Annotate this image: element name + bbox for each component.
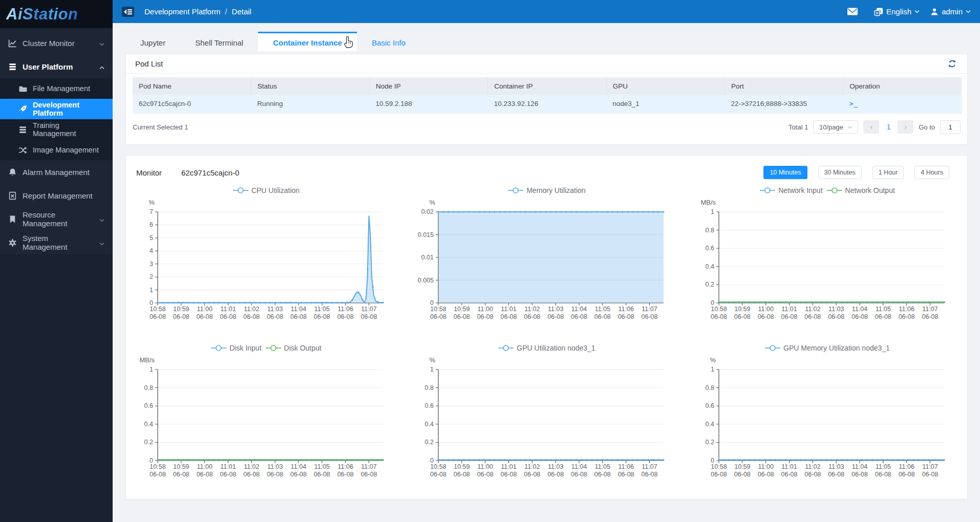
svg-text:06-08: 06-08 [594, 471, 611, 478]
legend-item[interactable]: CPU Utilization [233, 186, 300, 194]
sidebar-item-report-management[interactable]: Report Management [0, 184, 113, 207]
svg-text:11:00: 11:00 [197, 463, 212, 470]
bell-icon [8, 168, 17, 177]
prev-page-button[interactable]: ‹ [863, 120, 879, 134]
svg-text:10:59: 10:59 [734, 306, 750, 313]
chart-cpu-plot: %0123456710:5806-0810:5906-0811:0006-081… [126, 197, 405, 334]
svg-text:11:05: 11:05 [314, 463, 330, 470]
sidebar-nav: Cluster MonitorUser PlatformFile Managem… [0, 28, 113, 254]
refresh-button[interactable] [946, 58, 958, 70]
svg-text:11:03: 11:03 [548, 463, 563, 470]
sidebar-item-cluster-monitor[interactable]: Cluster Monitor [0, 31, 113, 55]
sidebar-filler [0, 254, 113, 522]
svg-text:10:59: 10:59 [173, 463, 189, 470]
operation-cell: >_ [843, 95, 962, 113]
sidebar-item-alarm-management[interactable]: Alarm Management [0, 160, 113, 184]
svg-text:06-08: 06-08 [290, 313, 307, 320]
page-size-value: 10/page [819, 123, 843, 131]
monitor-card: Monitor 62c971c5cajcn-0 10 Minutes30 Min… [125, 155, 968, 499]
svg-text:0.2: 0.2 [706, 281, 714, 288]
tab-basic-info[interactable]: Basic Info [357, 32, 420, 51]
column-header-status: Status [251, 77, 369, 95]
bookmark-icon [8, 215, 17, 224]
svg-text:0.02: 0.02 [421, 208, 434, 215]
range-button-10-minutes[interactable]: 10 Minutes [763, 166, 807, 179]
range-button-1-hour[interactable]: 1 Hour [872, 166, 904, 179]
svg-text:0.4: 0.4 [706, 263, 714, 270]
chevron-down-icon [966, 10, 971, 13]
svg-text:11:07: 11:07 [922, 306, 938, 313]
legend-item[interactable]: Network Input [760, 186, 822, 194]
svg-text:06-08: 06-08 [220, 313, 237, 320]
svg-text:06-08: 06-08 [501, 471, 517, 478]
svg-text:06-08: 06-08 [758, 471, 774, 478]
table-row[interactable]: 62c971c5cajcn-0Running10.59.2.18810.233.… [133, 95, 962, 113]
svg-text:11:02: 11:02 [524, 306, 540, 313]
svg-text:06-08: 06-08 [571, 471, 587, 478]
sidebar-item-training-management[interactable]: Training Management [0, 119, 113, 140]
sidebar-item-label: Image Management [33, 146, 99, 154]
svg-text:11:03: 11:03 [267, 306, 283, 313]
language-selector[interactable]: A English [874, 7, 920, 16]
tab-shell-terminal[interactable]: Shell Terminal [180, 32, 258, 51]
legend-item[interactable]: Disk Input [211, 344, 261, 352]
svg-text:06-08: 06-08 [642, 313, 658, 320]
sidebar-item-resource-management[interactable]: Resource Management [0, 207, 113, 231]
svg-text:0.8: 0.8 [425, 384, 434, 391]
svg-text:06-08: 06-08 [642, 471, 658, 478]
svg-text:11:01: 11:01 [501, 306, 516, 313]
breadcrumb-main[interactable]: Development Platform [144, 7, 220, 16]
sidebar-item-system-management[interactable]: System Management [0, 231, 113, 254]
svg-text:10:58: 10:58 [430, 463, 446, 470]
page-size-select[interactable]: 10/page [813, 120, 858, 134]
app-logo-text: AiStation [6, 5, 78, 24]
current-page[interactable]: 1 [884, 123, 892, 131]
svg-text:06-08: 06-08 [781, 471, 798, 478]
legend-marker-icon [508, 187, 523, 193]
sidebar-item-file-management[interactable]: File Management [0, 78, 113, 99]
topbar: Development Platform / Detail A English … [113, 0, 980, 23]
legend-marker-icon [266, 345, 281, 351]
cell-port: 22->37216;8888->33835 [725, 95, 843, 113]
chevron-up-icon [99, 62, 104, 71]
svg-text:06-08: 06-08 [267, 313, 283, 320]
svg-text:10:58: 10:58 [711, 463, 727, 470]
tab-container-instance[interactable]: Container Instance [258, 32, 357, 51]
legend-item[interactable]: Disk Output [266, 344, 322, 352]
goto-page-input[interactable] [940, 120, 961, 134]
cell-node-ip: 10.59.2.188 [370, 95, 488, 113]
sidebar-item-development-platform[interactable]: Development Platform [0, 99, 113, 119]
legend-item[interactable]: GPU Memory Utilization node3_1 [765, 344, 890, 352]
layers-icon [8, 62, 17, 71]
svg-text:06-08: 06-08 [337, 313, 354, 320]
mail-icon[interactable] [847, 7, 858, 16]
svg-text:MB/s: MB/s [700, 199, 716, 206]
app-logo: AiStation [0, 0, 113, 28]
svg-text:0.4: 0.4 [706, 421, 714, 428]
legend-item[interactable]: Network Output [827, 186, 895, 194]
svg-text:11:02: 11:02 [524, 463, 540, 470]
user-menu[interactable]: admin [930, 7, 971, 16]
svg-text:06-08: 06-08 [804, 313, 821, 320]
svg-text:11:04: 11:04 [571, 463, 587, 470]
chart-gpu-util-plot: %00.20.40.60.8110:5806-0810:5906-0811:00… [407, 354, 686, 491]
legend-item[interactable]: Memory Utilization [508, 186, 585, 194]
legend-item[interactable]: GPU Utilization node3_1 [498, 344, 595, 352]
next-page-button[interactable]: › [898, 120, 913, 134]
svg-text:06-08: 06-08 [828, 313, 844, 320]
svg-text:11:00: 11:00 [758, 463, 773, 470]
column-header-gpu: GPU [606, 77, 725, 95]
svg-text:06-08: 06-08 [197, 471, 213, 478]
svg-text:11:06: 11:06 [337, 306, 353, 313]
sidebar-item-user-platform[interactable]: User Platform [0, 55, 113, 78]
range-button-4-hours[interactable]: 4 Hours [914, 166, 949, 179]
sidebar-item-image-management[interactable]: Image Management [0, 140, 113, 160]
sidebar-collapse-icon[interactable] [122, 6, 135, 17]
sidebar-item-label: User Platform [23, 62, 73, 71]
breadcrumb-current: Detail [232, 7, 251, 16]
svg-text:11:01: 11:01 [220, 463, 236, 470]
open-terminal-button[interactable]: >_ [849, 100, 859, 107]
range-button-30-minutes[interactable]: 30 Minutes [818, 166, 862, 179]
svg-text:06-08: 06-08 [734, 471, 751, 478]
tab-jupyter[interactable]: Jupyter [125, 32, 180, 51]
